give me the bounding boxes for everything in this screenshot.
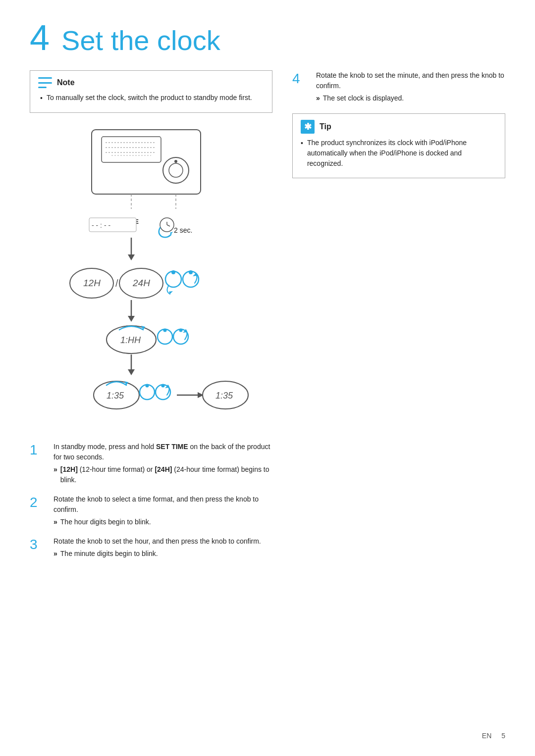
svg-point-48 (146, 384, 149, 388)
svg-marker-43 (128, 369, 135, 375)
step-4-result: » The set clock is displayed. (316, 93, 505, 103)
language-label: EN (482, 732, 491, 740)
step-4-result-text: The set clock is displayed. (323, 93, 404, 103)
page-number: 5 (501, 732, 505, 740)
note-icon (38, 77, 52, 88)
step-2: 2 Rotate the knob to select a time forma… (30, 494, 272, 527)
tip-box: ✱ Tip • The product synchronizes its clo… (292, 113, 505, 178)
note-text: • To manually set the clock, switch the … (38, 93, 264, 103)
chapter-title: Set the clock (61, 27, 220, 54)
note-bullet-text: To manually set the clock, switch the pr… (47, 93, 252, 103)
step-3-arrow: » (54, 549, 57, 559)
chapter-number: 4 (30, 20, 50, 55)
note-icon-line3 (38, 87, 47, 88)
tip-icon: ✱ (301, 120, 315, 134)
tip-text: • The product synchronizes its clock wit… (301, 138, 497, 169)
note-label: Note (57, 77, 75, 89)
step-3-number: 3 (30, 536, 48, 553)
step-4-number: 4 (292, 70, 310, 87)
svg-text:- - : - -: - - : - - (92, 221, 110, 229)
tip-label: Tip (320, 121, 331, 133)
step-4: 4 Rotate the knob to set the minute, and… (292, 70, 505, 103)
step-3-result: » The minute digits begin to blink. (54, 549, 272, 559)
step-2-number: 2 (30, 494, 48, 511)
step-1-result-text: [12H] (12-hour time format) or [24H] (24… (60, 464, 272, 485)
step-4-content: Rotate the knob to set the minute, and t… (316, 70, 505, 103)
tip-bullet-dot: • (301, 138, 303, 149)
bullet-dot: • (40, 93, 43, 103)
note-icon-line1 (38, 77, 52, 79)
step-2-result: » The hour digits begin to blink. (54, 517, 272, 527)
step-3: 3 Rotate the knob to set the hour, and t… (30, 536, 272, 559)
page-footer: EN 5 (482, 731, 505, 741)
step-2-result-text: The hour digits begin to blink. (60, 517, 151, 527)
svg-marker-20 (128, 254, 135, 260)
step-1-text: In standby mode, press and hold SET TIME… (54, 442, 272, 462)
two-column-layout: Note • To manually set the clock, switch… (30, 70, 505, 568)
svg-text:1:HH: 1:HH (120, 335, 141, 345)
step-1-result: » [12H] (12-hour time format) or [24H] (… (54, 464, 272, 485)
steps-list-left: 1 In standby mode, press and hold SET TI… (30, 442, 272, 559)
svg-point-50 (161, 384, 165, 388)
svg-point-38 (163, 329, 167, 332)
svg-text:1:35: 1:35 (107, 391, 124, 401)
svg-point-40 (179, 329, 183, 332)
svg-text:12H: 12H (83, 278, 101, 288)
svg-point-8 (174, 160, 177, 163)
note-bullet-item: • To manually set the clock, switch the … (40, 93, 264, 103)
step-3-content: Rotate the knob to set the hour, and the… (54, 536, 272, 559)
step-1-number: 1 (30, 442, 48, 458)
diagram-area: SET TIME - - : - - 2 sec. 12H (30, 125, 272, 432)
step-1-content: In standby mode, press and hold SET TIME… (54, 442, 272, 485)
step-3-result-text: The minute digits begin to blink. (60, 549, 158, 559)
note-icon-line2 (38, 82, 52, 84)
step-4-arrow: » (316, 93, 320, 103)
left-column: Note • To manually set the clock, switch… (30, 70, 272, 568)
note-box: Note • To manually set the clock, switch… (30, 70, 272, 113)
step-1-arrow: » (54, 464, 57, 475)
page-header: 4 Set the clock (30, 20, 505, 55)
step-1: 1 In standby mode, press and hold SET TI… (30, 442, 272, 485)
instruction-diagram: SET TIME - - : - - 2 sec. 12H (32, 125, 270, 432)
step-4-text: Rotate the knob to set the minute, and t… (316, 70, 505, 91)
svg-point-30 (189, 270, 193, 274)
tip-bullet-text: The product synchronizes its clock with … (307, 138, 497, 169)
svg-text:1:35: 1:35 (215, 391, 233, 401)
svg-text:2 sec.: 2 sec. (174, 226, 192, 234)
svg-rect-1 (102, 137, 161, 162)
tip-bullet-item: • The product synchronizes its clock wit… (301, 138, 497, 169)
svg-text:24H: 24H (132, 278, 150, 288)
right-column: 4 Rotate the knob to set the minute, and… (292, 70, 505, 568)
step-2-text: Rotate the knob to select a time format,… (54, 494, 272, 515)
svg-marker-33 (128, 316, 135, 322)
tip-header: ✱ Tip (301, 120, 497, 134)
note-header: Note (38, 77, 264, 89)
step-2-content: Rotate the knob to select a time format,… (54, 494, 272, 527)
svg-point-27 (171, 270, 175, 274)
svg-line-16 (167, 225, 170, 226)
step-3-text: Rotate the knob to set the hour, and the… (54, 536, 272, 547)
svg-text:/: / (115, 278, 118, 289)
step-2-arrow: » (54, 517, 57, 527)
svg-marker-17 (170, 232, 173, 235)
